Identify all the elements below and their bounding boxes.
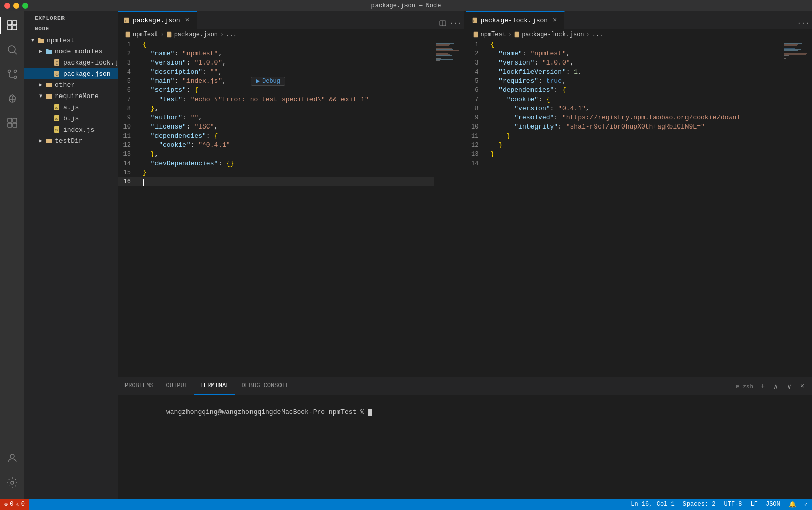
close-panel-button[interactable]: × [797,380,808,392]
activity-settings[interactable] [0,470,24,495]
title-bar: package.json — Node [0,0,812,11]
left-tab-bar: {} package.json × ··· [118,11,464,29]
panel-tab-output[interactable]: OUTPUT [160,377,194,395]
more-actions-button-right[interactable]: ··· [798,18,809,29]
terminal-up-button[interactable]: ∧ [770,380,782,392]
tab-package-json[interactable]: {} package.json × [118,11,197,29]
minimize-button[interactable] [13,3,19,9]
tree-arrow-testdir [37,137,45,145]
svg-rect-25 [167,31,171,37]
breadcrumb-npmtest-right[interactable]: npmTest [481,31,506,38]
close-button[interactable] [4,3,10,9]
status-eol[interactable]: LF [746,499,762,510]
code-line-r4: 4 "lockfileVersion": 1, [466,68,782,77]
main-layout: Explorer NODE npmTest node_ [0,11,812,499]
split-editor-button[interactable] [437,18,448,29]
encoding-label: UTF-8 [724,501,742,508]
tree-item-other[interactable]: other [24,79,118,90]
panel-tab-debug-console[interactable]: DEBUG CONSOLE [235,377,295,395]
notification-icon: 🔔 [789,501,796,508]
tab-package-lock-json[interactable]: {} package-lock.json × [466,11,565,29]
tree-item-bjs[interactable]: JS b.js [24,113,118,124]
left-code-editor[interactable]: 1 { 2 "name": "npmtest", 3 [118,40,434,377]
status-encoding[interactable]: UTF-8 [720,499,746,510]
tree-item-ajs[interactable]: JS a.js [24,102,118,113]
activity-explorer[interactable] [0,13,24,38]
tree-arrow-node [26,25,35,33]
js-icon-indexjs: JS [53,125,61,134]
maximize-button[interactable] [22,3,28,9]
activity-source-control[interactable] [0,62,24,86]
breadcrumb-npmtest-left[interactable]: npmTest [133,31,158,38]
svg-rect-5 [13,118,17,122]
terminal-cursor [368,409,372,416]
folder-icon-requiremore [45,92,53,100]
code-line-l16: 16 [118,177,434,186]
tab-close-package-json[interactable]: × [183,16,192,24]
svg-point-8 [10,454,14,458]
tree-arrow-npmtest [28,36,37,44]
json-icon-package-lock: {} [53,58,61,67]
editor-groups: {} package.json × ··· npmTest › [118,11,812,377]
activity-debug[interactable] [0,86,24,111]
tree-item-node-modules[interactable]: node_modules [24,46,118,57]
sidebar: Explorer NODE npmTest node_ [24,11,118,499]
tab-close-package-lock[interactable]: × [551,16,559,24]
activity-extensions[interactable] [0,111,24,135]
activity-search[interactable] [0,38,24,62]
code-line-r11: 11 } [466,132,782,141]
tree-item-requiremore[interactable]: requireMore [24,90,118,102]
breadcrumb-filename-left[interactable]: package.json [174,31,218,38]
breadcrumb-dots-left[interactable]: ... [226,31,237,38]
add-terminal-button[interactable]: + [757,380,768,392]
svg-text:JS: JS [55,106,58,109]
tree-item-testdir[interactable]: testDir [24,135,118,146]
status-language[interactable]: JSON [762,499,785,510]
svg-rect-6 [8,123,12,128]
svg-marker-26 [256,79,260,83]
status-bar: ⊗ 0 ⚠ 0 Ln 16, Col 1 Spaces: 2 UTF-8 LF … [0,499,812,510]
tree-item-package-lock[interactable]: {} package-lock.js... [24,57,118,68]
svg-rect-29 [473,31,478,37]
tree-item-indexjs[interactable]: JS index.js [24,124,118,135]
breadcrumb-dots-right[interactable]: ... [592,31,603,38]
right-code-editor[interactable]: 1 { 2 "name": "npmtest", 3 "version": "1… [466,40,782,377]
panel-tab-terminal[interactable]: TERMINAL [194,377,236,395]
code-line-l8: 8 }, [118,104,434,113]
tree-arrow-bjs [45,114,53,122]
svg-rect-7 [13,123,17,128]
debug-widget[interactable]: Debug [251,77,285,86]
status-extra[interactable]: ✓ [800,499,812,510]
explorer-header: Explorer [24,11,118,23]
svg-text:JS: JS [55,129,58,132]
status-position[interactable]: Ln 16, Col 1 [627,499,678,510]
spaces-label: Spaces: 2 [683,501,716,508]
tree-root-node[interactable]: NODE [24,23,118,35]
status-spaces[interactable]: Spaces: 2 [679,499,720,510]
status-errors[interactable]: ⊗ 0 ⚠ 0 [0,499,29,510]
panel-tab-problems[interactable]: PROBLEMS [118,377,160,395]
code-line-r13: 13 } [466,150,782,159]
breadcrumb-filename-right[interactable]: package-lock.json [522,31,584,38]
tree-label-indexjs: index.js [63,126,95,134]
status-notification[interactable]: 🔔 [785,499,800,510]
code-line-l14: 14 "devDependencies": {} [118,159,434,168]
svg-text:{}: {} [473,20,476,22]
traffic-lights [4,3,28,9]
window-title: package.json — Node [371,2,441,9]
right-minimap [782,40,812,377]
more-actions-button-left[interactable]: ··· [450,18,461,29]
js-icon-bjs: JS [53,114,61,122]
terminal-label-right: ⊞ zsh [734,380,755,392]
terminal-down-button[interactable]: ∨ [784,380,795,392]
terminal-prompt: wangzhongqing@wangzhongqingdeMacBook-Pro… [166,408,368,416]
tab-label-package-lock: package-lock.json [481,17,548,24]
terminal-content[interactable]: wangzhongqing@wangzhongqingdeMacBook-Pro… [118,395,812,499]
language-label: JSON [766,501,780,508]
tree-item-package-json[interactable]: {} package.json [24,68,118,79]
tree-arrow-pkg-json [45,70,53,78]
tree-label-other: other [55,81,75,89]
activity-account[interactable] [0,446,24,470]
tree-item-npmtest[interactable]: npmTest [24,35,118,46]
eol-label: LF [751,501,758,508]
